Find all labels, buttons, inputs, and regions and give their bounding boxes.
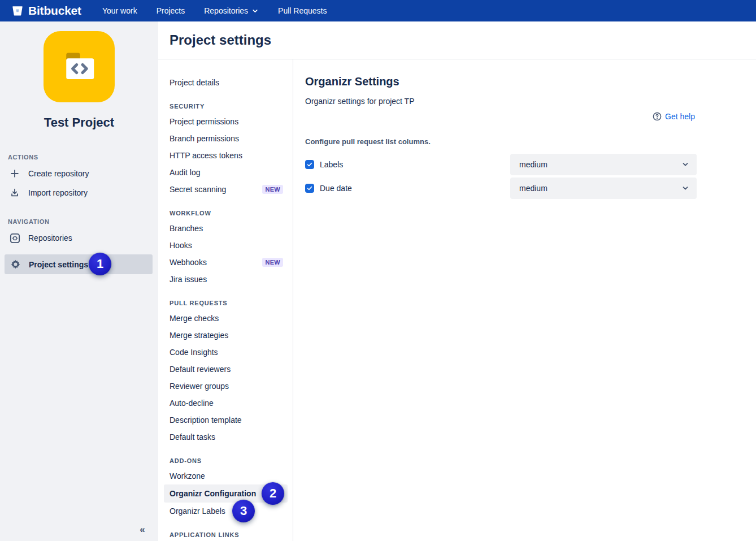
settings-nav-webhooks[interactable]: Webhooks NEW bbox=[170, 254, 293, 271]
due-date-size-value: medium bbox=[519, 184, 548, 193]
settings-nav-description-template[interactable]: Description template bbox=[170, 412, 293, 429]
project-sidebar: Test Project ACTIONS Create repository I… bbox=[0, 21, 158, 541]
brand-name: Bitbucket bbox=[28, 4, 81, 18]
chevron-down-icon bbox=[681, 184, 689, 192]
project-name: Test Project bbox=[0, 115, 158, 130]
topnav-your-work[interactable]: Your work bbox=[102, 6, 137, 15]
annotation-step-2: 2 bbox=[262, 482, 284, 505]
sidebar-item-label: Create repository bbox=[28, 169, 89, 178]
settings-nav-merge-checks[interactable]: Merge checks bbox=[170, 310, 293, 327]
settings-nav-organizr-configuration[interactable]: Organizr Configuration 2 bbox=[164, 484, 288, 503]
chevron-down-icon bbox=[251, 7, 259, 15]
settings-nav-project-details[interactable]: Project details bbox=[170, 74, 293, 91]
labels-size-select[interactable]: medium bbox=[510, 154, 697, 175]
settings-nav-jira-issues[interactable]: Jira issues bbox=[170, 271, 293, 288]
settings-nav-organizr-labels[interactable]: Organizr Labels 3 bbox=[170, 503, 293, 520]
checkbox-checked-icon bbox=[306, 161, 313, 168]
new-badge: NEW bbox=[262, 185, 283, 194]
settings-nav-branch-permissions[interactable]: Branch permissions bbox=[170, 130, 293, 147]
settings-nav-section-pull-requests: PULL REQUESTS Merge checks Merge strateg… bbox=[170, 300, 293, 445]
configure-columns-label: Configure pull request list columns. bbox=[305, 137, 756, 146]
sidebar-item-project-settings[interactable]: Project settings 1 bbox=[5, 254, 153, 274]
organizr-settings-panel: Organizr Settings Organizr settings for … bbox=[293, 59, 756, 541]
settings-nav-section-security: SECURITY Project permissions Branch perm… bbox=[170, 103, 293, 198]
due-date-checkbox[interactable] bbox=[305, 184, 314, 193]
top-navigation-bar: Bitbucket Your work Projects Repositorie… bbox=[0, 0, 756, 21]
labels-checkbox[interactable] bbox=[305, 160, 314, 169]
annotation-step-1: 1 bbox=[89, 253, 111, 275]
topnav-repositories[interactable]: Repositories bbox=[204, 6, 259, 15]
collapse-sidebar-button[interactable]: « bbox=[134, 522, 150, 537]
settings-nav-project-permissions[interactable]: Project permissions bbox=[170, 113, 293, 130]
topnav-menu: Your work Projects Repositories Pull Req… bbox=[102, 6, 327, 15]
bitbucket-logo[interactable]: Bitbucket bbox=[11, 4, 81, 18]
sidebar-section-actions: ACTIONS bbox=[8, 154, 158, 161]
chevron-down-icon bbox=[681, 161, 689, 168]
settings-nav-secret-scanning[interactable]: Secret scanning NEW bbox=[170, 181, 293, 198]
collapse-left-icon: « bbox=[140, 524, 145, 535]
import-icon bbox=[8, 188, 21, 198]
labels-checkbox-label: Labels bbox=[320, 160, 343, 169]
settings-nav: Project details SECURITY Project permiss… bbox=[158, 59, 293, 541]
sidebar-section-navigation: NAVIGATION bbox=[8, 218, 158, 225]
checkbox-checked-icon bbox=[306, 185, 313, 192]
page-header: Project settings bbox=[158, 21, 756, 59]
topnav-pull-requests[interactable]: Pull Requests bbox=[278, 6, 327, 15]
question-circle-icon bbox=[653, 112, 662, 121]
folder-code-icon bbox=[55, 43, 103, 90]
topnav-projects[interactable]: Projects bbox=[157, 6, 185, 15]
new-badge: NEW bbox=[262, 258, 283, 267]
settings-nav-hooks[interactable]: Hooks bbox=[170, 237, 293, 254]
settings-nav-http-access-tokens[interactable]: HTTP access tokens bbox=[170, 147, 293, 164]
sidebar-item-label: Import repository bbox=[28, 188, 88, 197]
project-avatar bbox=[44, 31, 115, 102]
settings-nav-section-application-links: APPLICATION LINKS bbox=[170, 531, 293, 538]
main-area: Project settings Project details SECURIT… bbox=[158, 21, 756, 541]
column-row-due-date: Due date medium bbox=[305, 178, 756, 199]
due-date-size-select[interactable]: medium bbox=[510, 178, 697, 199]
bitbucket-bucket-icon bbox=[11, 5, 24, 17]
settings-nav-audit-log[interactable]: Audit log bbox=[170, 164, 293, 181]
sidebar-item-create-repository[interactable]: Create repository bbox=[0, 164, 158, 183]
settings-nav-section-workflow: WORKFLOW Branches Hooks Webhooks NEW Jir… bbox=[170, 210, 293, 288]
gear-icon bbox=[9, 259, 21, 270]
due-date-checkbox-label: Due date bbox=[320, 184, 352, 193]
annotation-step-3: 3 bbox=[232, 500, 255, 522]
content-subtitle: Organizr settings for project TP bbox=[305, 97, 756, 106]
settings-nav-code-insights[interactable]: Code Insights bbox=[170, 344, 293, 361]
get-help-link[interactable]: Get help bbox=[653, 112, 695, 121]
column-config-rows: Labels medium Due date bbox=[305, 154, 756, 199]
settings-nav-default-reviewers[interactable]: Default reviewers bbox=[170, 361, 293, 378]
repositories-icon bbox=[8, 233, 21, 244]
page-title: Project settings bbox=[170, 32, 271, 48]
sidebar-item-repositories[interactable]: Repositories bbox=[0, 228, 158, 248]
plus-icon bbox=[8, 168, 21, 179]
column-row-labels: Labels medium bbox=[305, 154, 756, 175]
settings-nav-auto-decline[interactable]: Auto-decline bbox=[170, 395, 293, 412]
settings-nav-reviewer-groups[interactable]: Reviewer groups bbox=[170, 378, 293, 395]
sidebar-item-label: Project settings bbox=[29, 260, 88, 269]
settings-nav-section-add-ons: ADD-ONS Workzone Organizr Configuration … bbox=[170, 457, 293, 520]
sidebar-item-label: Repositories bbox=[28, 233, 72, 243]
settings-nav-branches[interactable]: Branches bbox=[170, 220, 293, 237]
settings-nav-default-tasks[interactable]: Default tasks bbox=[170, 429, 293, 445]
labels-size-value: medium bbox=[519, 160, 548, 169]
sidebar-item-import-repository[interactable]: Import repository bbox=[0, 183, 158, 202]
settings-nav-merge-strategies[interactable]: Merge strategies bbox=[170, 327, 293, 344]
content-title: Organizr Settings bbox=[305, 75, 756, 88]
